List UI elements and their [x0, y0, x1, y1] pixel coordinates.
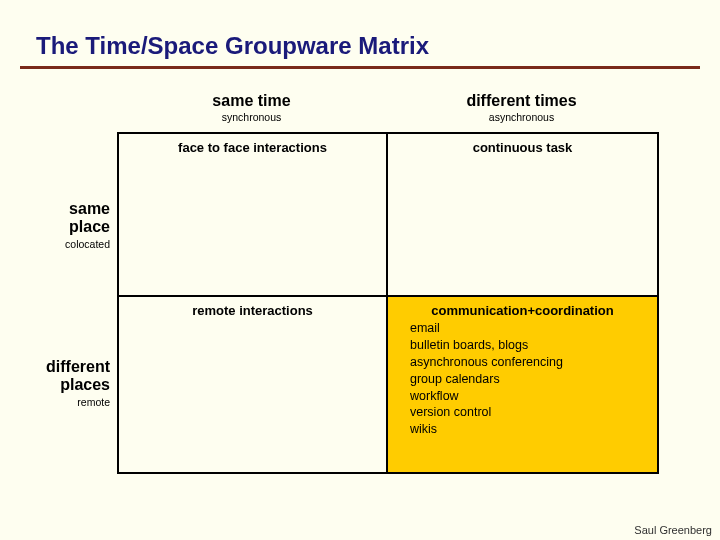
credit-text: Saul Greenberg [634, 524, 712, 536]
row-header-sublabel: colocated [0, 238, 110, 250]
list-item: wikis [410, 421, 649, 438]
col-header-different-times: different times asynchronous [386, 92, 657, 123]
cell-communication-coordination: communication+coordination email bulleti… [387, 296, 658, 473]
row-header-same-place: same place colocated [0, 200, 110, 250]
cell-heading: continuous task [396, 140, 649, 155]
col-header-sublabel: asynchronous [386, 111, 657, 123]
list-item: workflow [410, 388, 649, 405]
title-underline [20, 66, 700, 69]
list-item: version control [410, 404, 649, 421]
row-header-label-line: places [0, 376, 110, 394]
row-header-label-line: different [0, 358, 110, 376]
cell-item-list: email bulletin boards, blogs asynchronou… [410, 320, 649, 438]
col-header-same-time: same time synchronous [117, 92, 386, 123]
row-header-label-line: same [0, 200, 110, 218]
list-item: email [410, 320, 649, 337]
slide-title: The Time/Space Groupware Matrix [0, 0, 720, 66]
cell-face-to-face: face to face interactions [118, 133, 387, 296]
row-header-label-line: place [0, 218, 110, 236]
list-item: asynchronous conferencing [410, 354, 649, 371]
col-header-label: same time [117, 92, 386, 110]
cell-remote-interactions: remote interactions [118, 296, 387, 473]
cell-continuous-task: continuous task [387, 133, 658, 296]
col-header-label: different times [386, 92, 657, 110]
list-item: group calendars [410, 371, 649, 388]
list-item: bulletin boards, blogs [410, 337, 649, 354]
col-header-sublabel: synchronous [117, 111, 386, 123]
cell-heading: remote interactions [127, 303, 378, 318]
cell-heading: face to face interactions [127, 140, 378, 155]
groupware-matrix: face to face interactions continuous tas… [117, 132, 659, 474]
row-header-different-places: different places remote [0, 358, 110, 408]
cell-heading: communication+coordination [396, 303, 649, 318]
row-header-sublabel: remote [0, 396, 110, 408]
column-headers-row: same time synchronous different times as… [0, 92, 720, 123]
